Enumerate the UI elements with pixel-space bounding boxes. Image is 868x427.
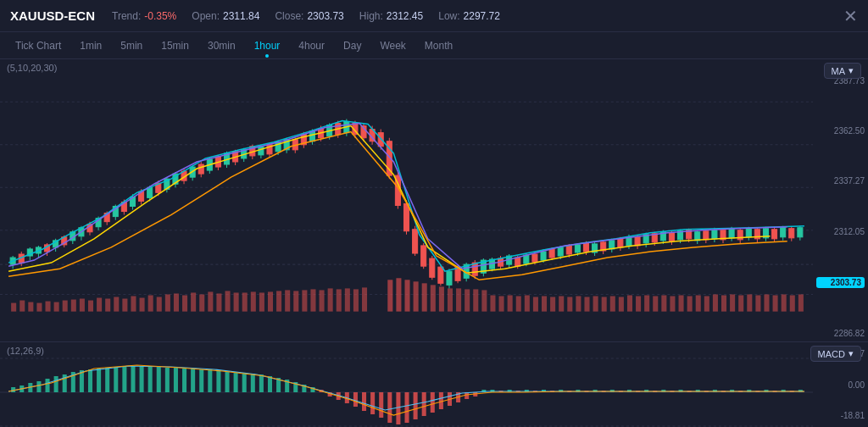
ma-selector-chevron: ▾ bbox=[849, 65, 854, 76]
main-chart-area bbox=[0, 76, 813, 341]
close-button[interactable]: ✕ bbox=[843, 6, 858, 26]
svg-rect-99 bbox=[403, 203, 409, 230]
svg-rect-255 bbox=[567, 297, 572, 311]
svg-rect-198 bbox=[63, 301, 68, 312]
svg-rect-307 bbox=[191, 369, 195, 392]
svg-rect-250 bbox=[525, 295, 530, 311]
svg-rect-276 bbox=[747, 294, 752, 311]
tf-1hour[interactable]: 1hour bbox=[246, 37, 289, 54]
svg-rect-238 bbox=[422, 283, 427, 311]
svg-rect-301 bbox=[140, 366, 144, 392]
svg-rect-206 bbox=[131, 296, 136, 311]
svg-rect-230 bbox=[337, 289, 342, 311]
svg-rect-297 bbox=[105, 368, 109, 392]
svg-rect-129 bbox=[532, 254, 537, 262]
svg-rect-191 bbox=[798, 228, 803, 237]
svg-rect-291 bbox=[54, 376, 58, 392]
price-level-2: 2362.50 bbox=[816, 126, 865, 136]
svg-rect-254 bbox=[559, 296, 564, 311]
svg-rect-169 bbox=[704, 231, 709, 240]
svg-rect-295 bbox=[88, 369, 92, 392]
svg-rect-275 bbox=[738, 295, 743, 311]
svg-rect-245 bbox=[481, 290, 487, 311]
price-level-4: 2312.05 bbox=[816, 227, 865, 236]
svg-rect-229 bbox=[328, 288, 333, 311]
svg-rect-313 bbox=[242, 373, 247, 392]
svg-rect-141 bbox=[583, 243, 588, 252]
svg-rect-208 bbox=[148, 295, 153, 311]
svg-rect-185 bbox=[772, 230, 777, 239]
svg-rect-328 bbox=[370, 392, 375, 414]
svg-rect-257 bbox=[584, 297, 589, 311]
ma-params-label: (5,10,20,30) bbox=[7, 63, 57, 73]
svg-rect-333 bbox=[414, 392, 418, 419]
header-bar: XAUUSD-ECN Trend: -0.35% Open: 2311.84 C… bbox=[0, 0, 868, 32]
svg-rect-314 bbox=[251, 374, 255, 392]
svg-rect-306 bbox=[182, 369, 186, 392]
svg-rect-263 bbox=[636, 296, 641, 311]
price-axis: 2387.73 2362.50 2337.27 2312.05 2303.73 … bbox=[813, 59, 868, 341]
svg-rect-305 bbox=[174, 368, 178, 392]
svg-rect-133 bbox=[549, 249, 554, 258]
tf-4hour[interactable]: 4hour bbox=[290, 37, 333, 54]
svg-rect-212 bbox=[182, 295, 187, 311]
svg-rect-299 bbox=[122, 366, 126, 392]
svg-rect-51 bbox=[198, 164, 203, 174]
macd-selector-button[interactable]: MACD ▾ bbox=[810, 346, 861, 362]
svg-rect-224 bbox=[285, 290, 290, 311]
svg-rect-330 bbox=[387, 392, 392, 423]
tf-1min[interactable]: 1min bbox=[71, 37, 110, 54]
svg-rect-233 bbox=[362, 287, 367, 311]
svg-rect-220 bbox=[251, 291, 256, 311]
current-price-label: 2303.73 bbox=[816, 277, 865, 288]
svg-rect-227 bbox=[310, 289, 315, 311]
svg-rect-139 bbox=[575, 245, 580, 252]
chart-container: (5,10,20,30) MA ▾ 2387.73 2362.50 2337.2… bbox=[0, 59, 868, 427]
svg-rect-236 bbox=[404, 280, 409, 311]
svg-rect-226 bbox=[302, 290, 307, 311]
svg-rect-279 bbox=[773, 295, 778, 311]
svg-rect-234 bbox=[387, 280, 392, 311]
open-label: Open: bbox=[192, 10, 220, 22]
svg-rect-194 bbox=[28, 302, 33, 312]
tf-tick[interactable]: Tick Chart bbox=[7, 37, 70, 54]
svg-rect-331 bbox=[396, 392, 400, 424]
svg-rect-278 bbox=[764, 294, 769, 311]
svg-rect-137 bbox=[566, 246, 571, 254]
tf-5min[interactable]: 5min bbox=[112, 37, 151, 54]
macd-params-label: (12,26,9) bbox=[7, 346, 44, 356]
symbol-label: XAUUSD-ECN bbox=[10, 8, 95, 23]
tf-month[interactable]: Month bbox=[416, 37, 461, 54]
svg-rect-308 bbox=[199, 369, 203, 392]
trend-label: Trend: bbox=[112, 10, 141, 22]
svg-rect-264 bbox=[644, 295, 649, 311]
macd-chart-svg bbox=[0, 358, 813, 427]
svg-rect-221 bbox=[259, 292, 264, 311]
svg-rect-309 bbox=[208, 369, 212, 392]
timeframe-nav: Tick Chart 1min 5min 15min 30min 1hour 4… bbox=[0, 32, 868, 59]
svg-rect-103 bbox=[421, 246, 426, 266]
svg-rect-219 bbox=[242, 292, 248, 311]
svg-rect-265 bbox=[653, 296, 658, 311]
svg-rect-199 bbox=[71, 300, 76, 312]
svg-rect-161 bbox=[669, 233, 674, 241]
svg-rect-277 bbox=[755, 295, 760, 311]
high-value: 2312.45 bbox=[387, 10, 423, 22]
svg-rect-125 bbox=[515, 258, 520, 266]
macd-selector-label: MACD bbox=[818, 349, 845, 359]
ma-selector-button[interactable]: MA ▾ bbox=[824, 63, 862, 79]
svg-rect-105 bbox=[430, 258, 435, 277]
svg-rect-312 bbox=[234, 372, 238, 392]
svg-rect-280 bbox=[782, 294, 787, 311]
tf-30min[interactable]: 30min bbox=[199, 37, 244, 54]
price-level-5: 2286.82 bbox=[816, 329, 865, 338]
svg-rect-153 bbox=[635, 237, 640, 246]
svg-rect-202 bbox=[97, 298, 102, 312]
tf-week[interactable]: Week bbox=[371, 37, 414, 54]
tf-15min[interactable]: 15min bbox=[153, 37, 198, 54]
svg-rect-253 bbox=[550, 297, 555, 311]
tf-day[interactable]: Day bbox=[335, 37, 370, 54]
svg-rect-289 bbox=[36, 381, 41, 392]
svg-rect-304 bbox=[165, 368, 170, 392]
svg-rect-149 bbox=[618, 239, 623, 247]
